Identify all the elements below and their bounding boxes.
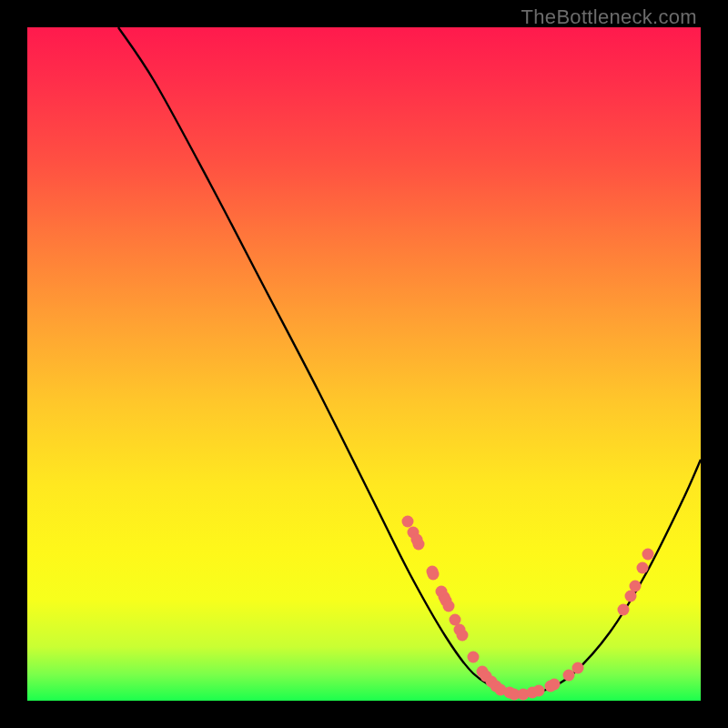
- data-marker: [468, 652, 480, 663]
- data-marker: [402, 516, 414, 528]
- data-marker: [618, 604, 630, 616]
- data-marker: [642, 549, 654, 561]
- data-marker: [457, 630, 469, 642]
- data-marker: [411, 534, 423, 546]
- data-markers: [402, 516, 654, 701]
- watermark-text: TheBottleneck.com: [521, 5, 697, 29]
- data-marker: [443, 601, 455, 612]
- data-marker: [572, 662, 584, 674]
- data-marker: [637, 562, 649, 574]
- data-marker: [533, 685, 545, 697]
- bottleneck-curve: [118, 27, 701, 694]
- data-marker: [428, 569, 440, 581]
- data-marker: [630, 581, 642, 592]
- data-marker: [549, 679, 561, 691]
- curve-chart: [27, 27, 701, 701]
